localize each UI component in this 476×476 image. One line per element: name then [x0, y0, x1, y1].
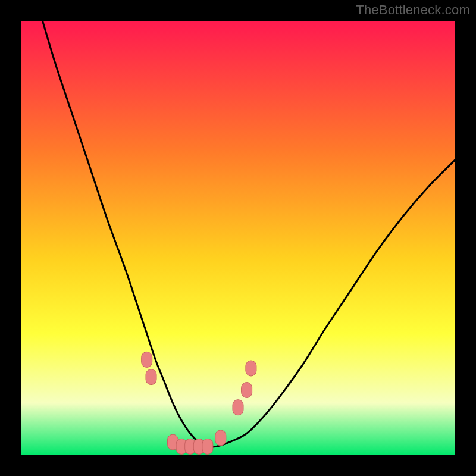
data-marker [242, 383, 252, 398]
chart-frame: TheBottleneck.com [0, 0, 476, 476]
bottleneck-chart [21, 21, 455, 455]
plot-area [21, 21, 455, 455]
data-marker [215, 430, 226, 446]
data-marker [246, 361, 256, 376]
gradient-background [21, 21, 455, 455]
data-marker [142, 352, 152, 367]
data-marker [233, 400, 243, 415]
watermark-text: TheBottleneck.com [356, 2, 470, 18]
data-marker [146, 369, 156, 385]
data-marker [202, 439, 213, 454]
